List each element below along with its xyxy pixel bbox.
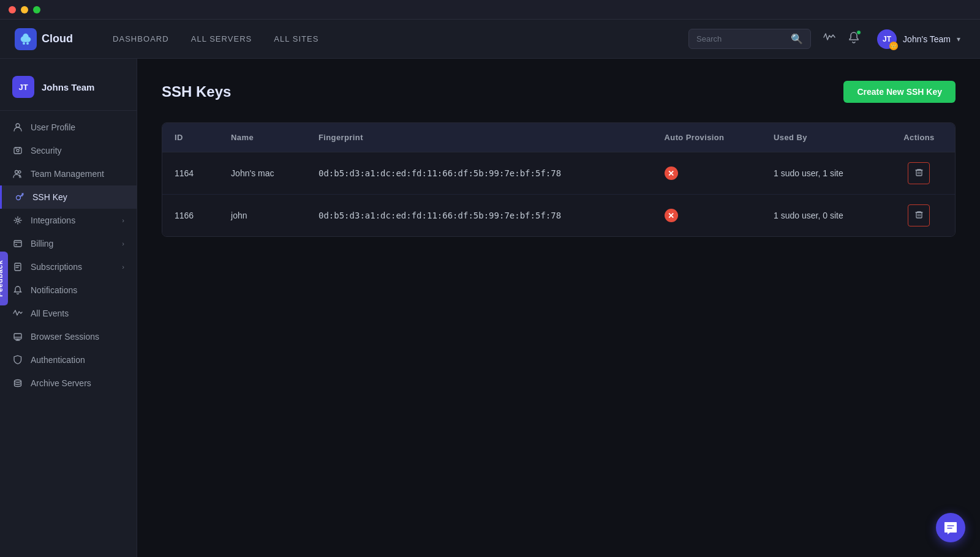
sidebar-item-label: Billing <box>31 239 53 249</box>
chevron-right-icon: › <box>122 240 124 247</box>
cell-actions <box>883 195 955 237</box>
user-name-label: John's Team <box>903 34 951 44</box>
activity-icon[interactable] <box>823 31 835 47</box>
sidebar-item-notifications[interactable]: Notifications <box>0 278 137 302</box>
billing-icon <box>12 239 23 249</box>
sidebar-item-billing[interactable]: Billing › <box>0 232 137 255</box>
delete-button[interactable] <box>908 204 930 226</box>
sidebar-item-label: Authentication <box>31 355 85 365</box>
sidebar-item-label: Integrations <box>31 215 75 225</box>
notification-dot <box>856 30 861 35</box>
sidebar-item-label: Security <box>31 146 62 155</box>
search-icon: 🔍 <box>791 33 803 45</box>
sidebar-item-label: Notifications <box>31 285 77 295</box>
logo-icon <box>15 28 37 50</box>
top-nav: Cloud DASHBOARD ALL SERVERS ALL SITES 🔍 … <box>0 20 980 59</box>
sidebar-item-security[interactable]: Security <box>0 139 137 162</box>
search-box[interactable]: 🔍 <box>688 29 811 49</box>
svg-point-0 <box>23 42 25 45</box>
sidebar-item-archive-servers[interactable]: Archive Servers <box>0 372 137 395</box>
nav-dashboard[interactable]: DASHBOARD <box>113 34 169 43</box>
search-input[interactable] <box>696 34 786 43</box>
user-menu[interactable]: JT 👑 John's Team ▾ <box>872 27 965 51</box>
sidebar-item-team-management[interactable]: Team Management <box>0 162 137 185</box>
cell-name: John's mac <box>219 152 306 195</box>
security-icon <box>12 146 23 155</box>
authentication-icon <box>12 355 23 365</box>
svg-rect-9 <box>14 241 21 247</box>
svg-rect-15 <box>916 212 922 218</box>
feedback-tab[interactable]: Feedback <box>0 252 8 305</box>
delete-button[interactable] <box>908 162 930 184</box>
chevron-right-icon: › <box>122 217 124 224</box>
sidebar-avatar-initials: JT <box>18 83 28 92</box>
auto-provision-false-icon: ✕ <box>665 166 678 180</box>
col-header-name: Name <box>219 123 306 152</box>
chevron-right-icon: › <box>122 263 124 271</box>
sidebar-item-label: Browser Sessions <box>31 332 99 342</box>
svg-point-5 <box>15 171 18 174</box>
sidebar-item-user-profile[interactable]: User Profile <box>0 116 137 139</box>
sidebar-item-label: Subscriptions <box>31 262 82 272</box>
cell-id: 1166 <box>162 195 219 237</box>
page-title: SSH Keys <box>162 83 231 100</box>
avatar-badge: 👑 <box>889 42 898 50</box>
cell-used-by: 1 sudo user, 1 site <box>761 152 883 195</box>
sidebar-item-label: User Profile <box>31 122 75 132</box>
sidebar-item-all-events[interactable]: All Events <box>0 302 137 325</box>
svg-rect-14 <box>916 170 922 176</box>
trash-icon <box>914 210 924 221</box>
notification-icon[interactable] <box>848 31 860 47</box>
svg-point-6 <box>18 171 21 173</box>
nav-all-servers[interactable]: ALL SERVERS <box>191 34 252 43</box>
col-header-fingerprint: Fingerprint <box>306 123 652 152</box>
col-header-used-by: Used By <box>761 123 883 152</box>
subscriptions-icon <box>12 262 23 272</box>
col-header-actions: Actions <box>883 123 955 152</box>
sidebar-item-authentication[interactable]: Authentication <box>0 348 137 372</box>
svg-point-13 <box>15 380 21 383</box>
table-row: 1164 John's mac 0d:b5:d3:a1:dc:ed:fd:11:… <box>162 152 955 195</box>
content-header: SSH Keys Create New SSH Key <box>162 81 956 103</box>
svg-rect-12 <box>14 334 21 339</box>
svg-point-8 <box>17 219 19 222</box>
sidebar-item-ssh-key[interactable]: SSH Key <box>0 185 137 209</box>
svg-point-2 <box>16 124 20 127</box>
minimize-button[interactable] <box>21 6 28 13</box>
ssh-keys-table: ID Name Fingerprint Auto Provision Used … <box>162 123 955 236</box>
sidebar-item-subscriptions[interactable]: Subscriptions › <box>0 255 137 278</box>
svg-rect-3 <box>14 148 21 154</box>
svg-point-1 <box>26 42 29 45</box>
close-button[interactable] <box>9 6 16 13</box>
svg-rect-11 <box>15 263 21 271</box>
nav-all-sites[interactable]: ALL SITES <box>274 34 318 43</box>
main-layout: JT Johns Team User Profile <box>0 59 980 557</box>
sidebar-item-integrations[interactable]: Integrations › <box>0 209 137 232</box>
logo-text: Cloud <box>42 32 73 45</box>
ssh-key-icon <box>14 192 25 202</box>
sidebar-team: JT Johns Team <box>0 71 137 111</box>
all-events-icon <box>12 308 23 318</box>
chat-button[interactable] <box>936 513 965 542</box>
mac-chrome <box>0 0 980 20</box>
sidebar-item-browser-sessions[interactable]: Browser Sessions <box>0 325 137 348</box>
create-ssh-key-button[interactable]: Create New SSH Key <box>843 81 956 103</box>
cell-actions <box>883 152 955 195</box>
sidebar-item-label: Team Management <box>31 169 104 179</box>
col-header-auto-provision: Auto Provision <box>652 123 762 152</box>
logo-area: Cloud <box>15 28 88 50</box>
ssh-keys-table-wrap: ID Name Fingerprint Auto Provision Used … <box>162 122 956 237</box>
trash-icon <box>914 168 924 179</box>
browser-sessions-icon <box>12 332 23 342</box>
user-profile-icon <box>12 122 23 132</box>
archive-servers-icon <box>12 378 23 388</box>
cell-name: john <box>219 195 306 237</box>
team-management-icon <box>12 169 23 179</box>
svg-rect-10 <box>15 244 17 245</box>
avatar: JT 👑 <box>877 29 897 49</box>
main-content: SSH Keys Create New SSH Key ID Name Fing… <box>137 59 980 557</box>
svg-point-4 <box>17 149 19 152</box>
chevron-down-icon: ▾ <box>957 35 960 43</box>
col-header-id: ID <box>162 123 219 152</box>
maximize-button[interactable] <box>33 6 40 13</box>
